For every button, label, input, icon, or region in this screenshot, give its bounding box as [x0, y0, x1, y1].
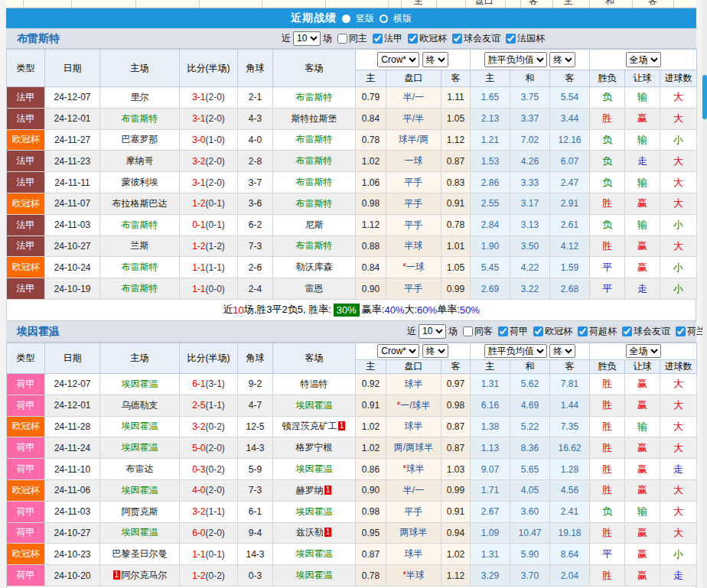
sub-handicap-result: 让球 [625, 359, 660, 373]
league-filter-欧冠杯[interactable]: 欧冠杯 [402, 32, 447, 45]
league-filter-法甲[interactable]: 法甲 [367, 32, 402, 45]
crow-away-odds: 1.01 [441, 236, 471, 257]
home-team-cell: 埃因霍温 [100, 479, 180, 501]
result-handicap: 赢 [625, 108, 660, 129]
same-venue-checkbox[interactable] [463, 326, 473, 336]
match-count-select[interactable]: 10 [293, 31, 321, 46]
league-checkbox[interactable] [533, 326, 543, 336]
handicap-cell: 半/一 [386, 87, 441, 109]
league-cell: 法甲 [7, 108, 45, 129]
league-checkbox[interactable] [373, 34, 383, 44]
league-filter-荷甲[interactable]: 荷甲 [493, 325, 528, 338]
clipped-table-strip: 主 盘口 客 主 和 客 [6, 0, 696, 8]
crow-away-odds: 0.94 [441, 522, 471, 544]
corner-cell: 7-3 [238, 236, 273, 257]
result-goals: 大 [660, 373, 697, 395]
match-row: 法甲24-11-03布雷斯特0-1(0-1)6-2尼斯1.12平手0.782.8… [7, 214, 697, 236]
same-venue-filter[interactable]: 同主 [332, 32, 367, 45]
games-label: 场 [448, 325, 458, 338]
result-goals: 大 [660, 437, 697, 459]
crow-home-odds: 0.79 [356, 87, 386, 109]
away-team-cell: 格罗宁根 [273, 437, 356, 459]
euro-home-odds: 1.21 [471, 129, 510, 151]
league-checkbox[interactable] [578, 326, 588, 336]
same-venue-checkbox[interactable] [337, 34, 347, 44]
league-checkbox[interactable] [408, 34, 418, 44]
score-cell: 0-3(0-2) [180, 459, 238, 480]
league-checkbox[interactable] [498, 326, 508, 336]
psv-filters: 近10场同客荷甲欧冠杯荷超杯球会友谊荷兰杯 [407, 321, 707, 342]
handicap-cell: 两/两球半 [386, 437, 441, 459]
match-count-select[interactable]: 10 [419, 324, 446, 339]
handicap-cell: *球半 [386, 459, 441, 480]
result-handicap: 走 [625, 151, 660, 172]
col-date: 日期 [45, 50, 100, 87]
corner-cell: 2-4 [238, 278, 273, 300]
euro-home-odds: 1.31 [471, 544, 510, 565]
league-filter-欧冠杯[interactable]: 欧冠杯 [528, 325, 572, 338]
date-cell: 24-11-03 [45, 501, 100, 522]
result-goals: 大 [660, 501, 697, 522]
league-cell: 法甲 [7, 87, 45, 109]
vertical-layout-label[interactable]: 竖版 [356, 12, 374, 25]
league-filter-荷超杯[interactable]: 荷超杯 [572, 325, 617, 338]
crow-away-odds: 0.98 [441, 395, 471, 416]
result-goals: 小 [660, 129, 697, 151]
score-cell: 1-1(0-1) [180, 544, 238, 565]
odds-source-select[interactable]: Crow* [377, 52, 419, 67]
corner-cell: 2-8 [238, 151, 273, 172]
handicap-cell: 平手 [386, 214, 441, 236]
wdl-average-select[interactable]: 胜平负均值 [484, 52, 547, 67]
away-team-cell: 埃因霍温 [273, 544, 356, 565]
odds-final-select[interactable]: 终 [422, 52, 448, 67]
date-cell: 24-11-06 [45, 479, 100, 501]
page-scrollbar-thumb[interactable] [702, 75, 707, 119]
date-cell: 24-10-23 [45, 544, 100, 565]
handicap-cell: 球半/两 [386, 129, 441, 151]
horizontal-layout-label[interactable]: 横版 [393, 12, 412, 25]
odds-final-select[interactable]: 终 [422, 344, 448, 358]
section-psv-header: 埃因霍温 近10场同客荷甲欧冠杯荷超杯球会友谊荷兰杯 [6, 321, 696, 343]
score-cell: 3-1(2-0) [180, 172, 238, 193]
crow-home-odds: 0.86 [356, 459, 386, 480]
league-checkbox[interactable] [676, 326, 686, 336]
page-scrollbar-track[interactable] [702, 0, 707, 588]
euro-away-odds: 6.07 [550, 151, 590, 172]
league-filter-球会友谊[interactable]: 球会友谊 [447, 32, 500, 45]
euro-away-odds: 2.61 [550, 214, 590, 236]
league-filter-球会友谊[interactable]: 球会友谊 [617, 325, 670, 338]
league-checkbox[interactable] [506, 34, 516, 44]
same-venue-filter[interactable]: 同客 [458, 325, 493, 338]
league-label: 荷甲 [510, 325, 528, 338]
wdl-final-select[interactable]: 终 [549, 344, 575, 358]
scope-select[interactable]: 全场 [626, 344, 661, 358]
euro-away-odds: 1.28 [550, 459, 590, 480]
team-name-psv: 埃因霍温 [17, 325, 60, 339]
euro-home-odds: 2.55 [471, 193, 510, 214]
handicap-cell: 球半 [386, 373, 441, 395]
league-filter-法国杯[interactable]: 法国杯 [500, 32, 545, 45]
odds-source-select[interactable]: Crow* [377, 344, 419, 358]
euro-draw-odds: 3.13 [510, 214, 550, 236]
league-cell: 荷甲 [7, 373, 45, 395]
vertical-layout-radio[interactable] [342, 15, 350, 23]
strip-label-away: 客 [529, 0, 538, 8]
league-filter-荷兰杯[interactable]: 荷兰杯 [670, 325, 707, 338]
wdl-average-select[interactable]: 胜平负均值 [484, 344, 547, 358]
wdl-final-select[interactable]: 终 [549, 52, 575, 67]
summary-part: 赢率: [362, 303, 385, 317]
euro-away-odds: 16.62 [550, 437, 590, 459]
date-cell: 24-12-01 [45, 395, 100, 416]
home-team-cell: 布雷斯特 [100, 214, 180, 236]
near-label: 近 [407, 325, 416, 338]
result-goals: 大 [660, 522, 697, 544]
horizontal-layout-radio[interactable] [380, 15, 388, 23]
scope-select[interactable]: 全场 [626, 52, 661, 67]
match-row: 法甲24-11-11蒙彼利埃3-1(2-0)3-7布雷斯特1.06平手0.832… [7, 172, 697, 193]
league-checkbox[interactable] [622, 326, 632, 336]
sub-draw-odds: 和 [510, 70, 550, 87]
league-label: 法国杯 [517, 32, 545, 45]
psv-results-table: 类型 日期 主场 比分(半场) 角球 客场 Crow* 终 胜平负均值 终 [6, 343, 697, 586]
date-cell: 24-11-24 [45, 437, 100, 459]
league-checkbox[interactable] [452, 34, 462, 44]
